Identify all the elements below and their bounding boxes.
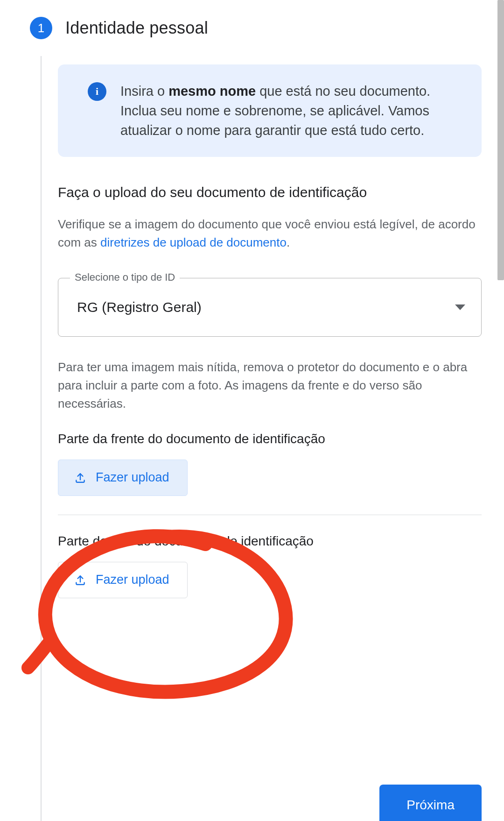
id-type-select-wrap: Selecione o tipo de ID RG (Registro Gera… bbox=[58, 278, 482, 337]
guidelines-link[interactable]: diretrizes de upload de documento bbox=[100, 235, 287, 249]
clarity-hint: Para ter uma imagem mais nítida, remova … bbox=[58, 358, 482, 413]
upload-front-button[interactable]: Fazer upload bbox=[58, 460, 188, 496]
chevron-down-icon bbox=[455, 304, 465, 310]
info-text-bold: mesmo nome bbox=[168, 84, 256, 99]
step-header: 1 Identidade pessoal bbox=[0, 0, 504, 39]
upload-icon bbox=[74, 574, 86, 586]
upload-back-button[interactable]: Fazer upload bbox=[58, 562, 188, 598]
front-label: Parte da frente do documento de identifi… bbox=[58, 432, 482, 446]
step-title: Identidade pessoal bbox=[65, 18, 208, 38]
upload-front-button-label: Fazer upload bbox=[96, 470, 169, 485]
step-number-badge: 1 bbox=[30, 17, 52, 39]
info-text-before: Insira o bbox=[120, 84, 168, 99]
info-callout: i Insira o mesmo nome que está no seu do… bbox=[58, 64, 482, 157]
step-vertical-line bbox=[41, 56, 42, 821]
upload-icon bbox=[74, 472, 86, 484]
info-icon: i bbox=[88, 82, 106, 101]
id-type-select-label: Selecione o tipo de ID bbox=[70, 271, 180, 283]
verify-text: Verifique se a imagem do documento que v… bbox=[58, 215, 482, 252]
info-text: Insira o mesmo nome que está no seu docu… bbox=[120, 81, 465, 140]
id-type-select[interactable]: RG (Registro Geral) bbox=[58, 278, 482, 337]
content-area: i Insira o mesmo nome que está no seu do… bbox=[58, 39, 482, 598]
upload-back-button-label: Fazer upload bbox=[96, 573, 169, 587]
scrollbar[interactable] bbox=[497, 0, 504, 280]
verify-text-after: . bbox=[287, 235, 290, 249]
next-button[interactable]: Próxima bbox=[379, 785, 482, 821]
back-label: Parte de trás do documento de identifica… bbox=[58, 534, 482, 549]
id-type-select-value: RG (Registro Geral) bbox=[77, 299, 202, 315]
divider bbox=[58, 515, 482, 515]
upload-section-title: Faça o upload do seu documento de identi… bbox=[58, 183, 482, 202]
